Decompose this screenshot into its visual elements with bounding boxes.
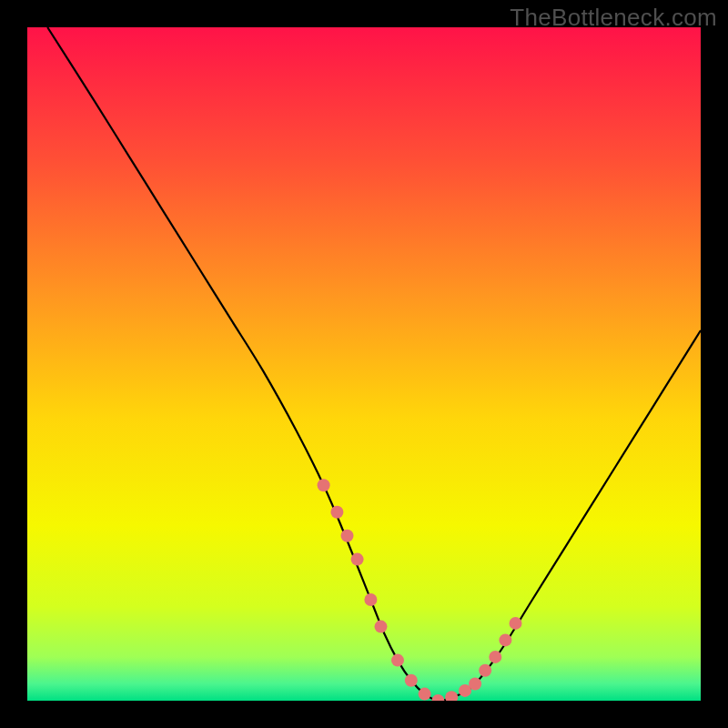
marker-dot xyxy=(405,674,418,687)
chart-frame: TheBottleneck.com xyxy=(0,0,728,728)
marker-dot xyxy=(341,530,354,542)
marker-dot xyxy=(489,651,501,663)
marker-dot xyxy=(351,553,364,566)
gradient-background xyxy=(27,27,701,701)
marker-dot xyxy=(330,506,343,519)
marker-dot xyxy=(364,593,377,606)
marker-dot xyxy=(318,479,330,491)
marker-dot xyxy=(479,664,491,677)
marker-dot xyxy=(499,633,511,646)
plot-area xyxy=(27,27,701,701)
marker-dot xyxy=(419,688,431,701)
marker-dot xyxy=(391,654,404,667)
marker-dot xyxy=(375,621,388,633)
marker-dot xyxy=(469,678,481,691)
chart-svg xyxy=(27,27,701,701)
marker-dot xyxy=(510,617,522,630)
